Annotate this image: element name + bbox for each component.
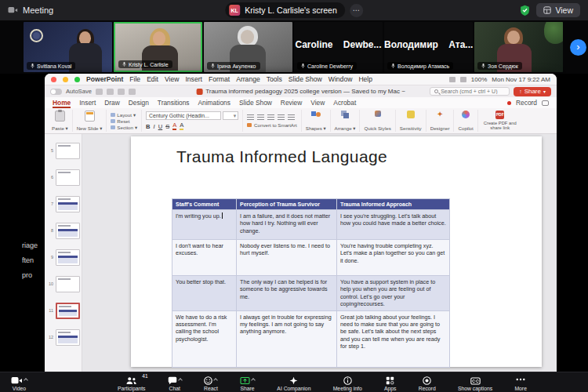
table-header-cell[interactable]: Perception of Trauma Survivor bbox=[237, 199, 337, 210]
video-button[interactable]: Video bbox=[11, 372, 27, 392]
table-header-cell[interactable]: Trauma Informed Approach bbox=[337, 199, 450, 210]
ribbon-search[interactable] bbox=[430, 87, 510, 96]
table-cell[interactable]: I always get in trouble for expressing m… bbox=[237, 310, 337, 367]
layout-button[interactable]: Layout ▾ bbox=[111, 112, 136, 118]
table-cell[interactable]: I'm writing you up. bbox=[172, 210, 237, 240]
slide-thumbnail[interactable]: 8 bbox=[45, 217, 82, 244]
quick-styles-button[interactable]: Quick Styles bbox=[360, 110, 395, 132]
align-left-button[interactable] bbox=[267, 114, 274, 120]
convert-smartart-button[interactable]: Convert to SmartArt bbox=[247, 122, 297, 128]
reset-button[interactable]: Reset bbox=[111, 118, 129, 124]
tab-insert[interactable]: Insert bbox=[79, 99, 96, 107]
next-participants-button[interactable]: › bbox=[570, 39, 586, 56]
align-center-button[interactable] bbox=[278, 114, 285, 120]
create-pdf-button[interactable]: PDF Create PDF and share link bbox=[478, 110, 522, 132]
underline-button[interactable]: U bbox=[158, 123, 162, 130]
strikethrough-button[interactable]: S bbox=[165, 123, 169, 130]
video-tile-volodymyr[interactable]: Володимир Ата... Зоя Сердюк Володимир Ат… bbox=[384, 22, 473, 72]
table-cell[interactable]: The only way I can be helped is for some… bbox=[237, 276, 337, 310]
copilot-button[interactable]: Copilot bbox=[454, 110, 477, 132]
save-icon[interactable] bbox=[107, 89, 114, 95]
menu-insert[interactable]: Insert bbox=[185, 75, 202, 83]
table-cell[interactable]: You have a support system in place to he… bbox=[337, 276, 450, 310]
font-size-select[interactable]: ▾ bbox=[223, 111, 238, 120]
apps-button[interactable]: Apps bbox=[384, 372, 397, 392]
ppt-record-button[interactable]: Record bbox=[516, 99, 537, 107]
highlight-button[interactable]: A bbox=[180, 122, 183, 130]
bullets-button[interactable] bbox=[247, 114, 254, 120]
tab-home[interactable]: Home bbox=[53, 97, 71, 108]
tab-transitions[interactable]: Transitions bbox=[158, 99, 190, 107]
numbering-button[interactable] bbox=[257, 114, 264, 120]
font-name-select[interactable]: Century Gothic (Headin... bbox=[146, 111, 221, 120]
chevron-up-icon[interactable] bbox=[214, 378, 219, 383]
more-button[interactable]: More bbox=[514, 372, 527, 392]
video-tile-iryna[interactable]: Ірина Акуленко bbox=[204, 22, 292, 72]
zoom-window-button[interactable] bbox=[74, 77, 80, 82]
tab-review[interactable]: Review bbox=[281, 99, 302, 107]
italic-button[interactable]: I bbox=[154, 123, 155, 130]
slide-thumbnail[interactable]: 12 bbox=[45, 324, 82, 350]
meeting-info-button[interactable]: Meeting info bbox=[333, 372, 362, 392]
tab-acrobat[interactable]: Acrobat bbox=[333, 99, 356, 107]
tab-draw[interactable]: Draw bbox=[104, 99, 120, 107]
section-button[interactable]: Section ▾ bbox=[111, 125, 137, 130]
app-menu[interactable]: PowerPoint bbox=[86, 75, 123, 83]
paste-button[interactable]: Paste ▾ bbox=[48, 110, 73, 132]
search-input[interactable] bbox=[441, 89, 505, 94]
table-cell[interactable]: Nobody ever listens to me. I need to hur… bbox=[237, 240, 337, 276]
tab-slide-show[interactable]: Slide Show bbox=[239, 99, 272, 107]
react-button[interactable]: React bbox=[204, 372, 218, 392]
chevron-up-icon[interactable] bbox=[178, 378, 183, 383]
new-slide-button[interactable]: New Slide ▾ bbox=[73, 110, 107, 132]
menu-slide-show[interactable]: Slide Show bbox=[289, 75, 322, 83]
slide-thumbnail[interactable]: 5 bbox=[45, 137, 82, 164]
participants-button[interactable]: 41 Participants bbox=[118, 372, 146, 392]
chat-button[interactable]: Chat bbox=[168, 372, 182, 392]
arrange-button[interactable]: Arrange ▾ bbox=[331, 110, 361, 132]
security-shield-icon[interactable] bbox=[520, 5, 530, 16]
menu-edit[interactable]: Edit bbox=[147, 75, 158, 83]
video-tile-svitlana[interactable]: Svitlana Koval bbox=[24, 22, 112, 72]
shared-screen-tab[interactable]: KL Kristy L. Carlisle's screen bbox=[225, 2, 345, 18]
view-button[interactable]: View bbox=[536, 3, 580, 17]
table-cell[interactable]: We have to do a risk assessment. I'm cal… bbox=[172, 310, 237, 367]
menu-file[interactable]: File bbox=[129, 75, 140, 83]
print-icon[interactable] bbox=[129, 89, 136, 95]
video-tile-kristy-active-speaker[interactable]: Kristy L. Carlisle bbox=[114, 22, 202, 72]
line-spacing-button[interactable] bbox=[288, 114, 295, 120]
table-cell[interactable]: You better stop that. bbox=[172, 276, 237, 310]
slide-title[interactable]: Trauma Informed Language bbox=[176, 147, 387, 166]
chevron-up-icon[interactable] bbox=[251, 378, 256, 383]
minimize-window-button[interactable] bbox=[63, 77, 68, 82]
tab-more-button[interactable]: ⋯ bbox=[350, 4, 363, 17]
slide-thumbnail[interactable]: 10 bbox=[45, 270, 82, 297]
tab-view[interactable]: View bbox=[310, 99, 325, 107]
comments-icon[interactable] bbox=[542, 100, 549, 106]
menu-format[interactable]: Format bbox=[209, 75, 230, 83]
sensitivity-button[interactable]: Sensitivity bbox=[396, 110, 426, 132]
ai-companion-button[interactable]: AI Companion bbox=[277, 372, 310, 392]
slide-thumbnail[interactable]: 6 bbox=[45, 164, 82, 191]
ppt-share-button[interactable]: ↑ Share ▾ bbox=[514, 87, 551, 96]
autosave-toggle[interactable] bbox=[50, 89, 62, 95]
tab-animations[interactable]: Animations bbox=[198, 99, 230, 107]
record-button[interactable]: Record bbox=[419, 372, 436, 392]
tab-design[interactable]: Design bbox=[129, 99, 149, 107]
table-cell[interactable]: I don't want to hear excuses. bbox=[172, 240, 237, 276]
table-header-cell[interactable]: Staff's Comment bbox=[172, 199, 237, 210]
show-captions-button[interactable]: Show captions bbox=[458, 372, 492, 392]
slide-thumbnail[interactable]: 7 bbox=[45, 191, 82, 217]
font-color-button[interactable]: A bbox=[172, 122, 176, 130]
undo-icon[interactable] bbox=[118, 89, 125, 95]
bold-button[interactable]: B bbox=[146, 123, 150, 130]
table-cell[interactable]: You're having trouble completing xyz. Le… bbox=[337, 240, 450, 276]
table-cell[interactable]: I see you're struggling. Let's talk abou… bbox=[337, 210, 450, 240]
close-window-button[interactable] bbox=[51, 77, 56, 82]
video-tile-caroline[interactable]: Caroline Dewbe... Caroline Dewberry bbox=[294, 22, 383, 72]
menu-help[interactable]: Help bbox=[358, 75, 372, 83]
menu-arrange[interactable]: Arrange bbox=[236, 75, 260, 83]
menu-tools[interactable]: Tools bbox=[267, 75, 282, 83]
table-cell[interactable]: Great job talking about your feelings. I… bbox=[337, 310, 450, 367]
designer-button[interactable]: ✦ Designer bbox=[426, 110, 455, 132]
